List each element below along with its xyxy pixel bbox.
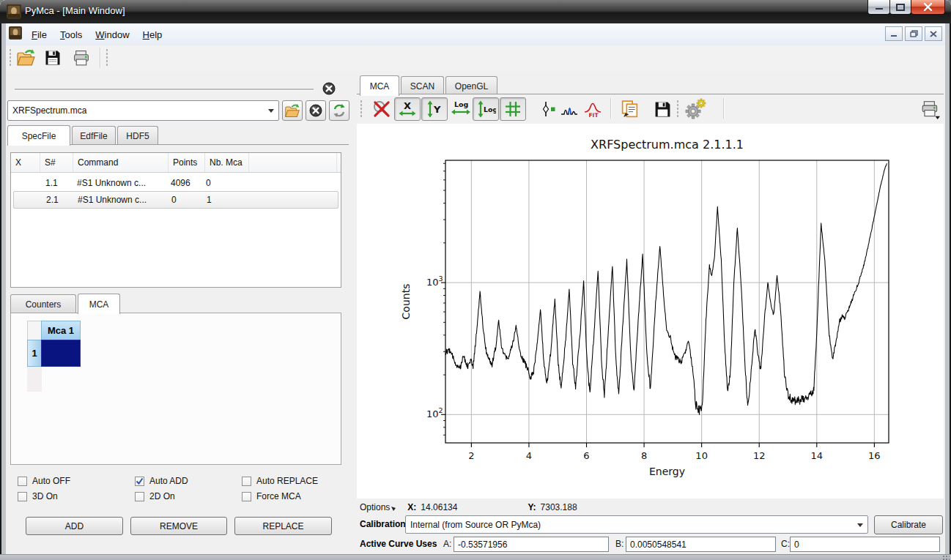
plot-toolbar-handle2[interactable] (676, 100, 679, 119)
coef-b-field[interactable]: 0.0050548541 (626, 537, 776, 552)
cursor-y-label: Y: (528, 502, 536, 512)
tab-mca[interactable]: MCA (360, 75, 399, 96)
source-open-button[interactable] (282, 100, 303, 121)
source-file-combo[interactable]: XRFSpectrum.mca (7, 100, 279, 121)
scan-table-body: 1.1#S1 Unknown c...409602.1#S1 Unknown c… (11, 173, 341, 209)
log-y-button[interactable]: Log (473, 97, 499, 121)
svg-text:10: 10 (695, 450, 708, 461)
source-close-button[interactable] (306, 100, 326, 121)
calibrate-button[interactable]: Calibrate (874, 515, 943, 534)
svg-text:Y: Y (433, 104, 441, 115)
menu-tools[interactable]: Tools (53, 26, 89, 43)
mca-column-header[interactable]: Mca 1 (41, 321, 81, 340)
print-icon[interactable] (72, 49, 91, 70)
print-plot-icon (920, 100, 941, 119)
mca-window-panel: MCASCANOpenGL XYLogLogFIT 24681012141610… (357, 73, 944, 553)
coef-c-field[interactable]: 0 (790, 537, 940, 552)
source-file-value: XRFSpectrum.mca (12, 105, 86, 116)
plot-area[interactable]: 246810121416102103XRFSpectrum.mca 2.1.1.… (357, 124, 944, 499)
plot-status-row: Options X: 14.06134 Y: 7303.188 (360, 502, 577, 512)
plot-tabs: MCASCANOpenGL (360, 75, 499, 96)
options-button[interactable]: Options (360, 502, 390, 512)
menu-window[interactable]: Window (89, 26, 136, 43)
mdi-close-button[interactable] (925, 26, 942, 41)
toolbar-drag-handle2[interactable] (106, 48, 108, 67)
save-plot-button[interactable] (649, 97, 676, 121)
tab-specfile[interactable]: SpecFile (7, 125, 70, 146)
mca-plot[interactable]: 246810121416102103XRFSpectrum.mca 2.1.1.… (357, 124, 944, 499)
svg-text:102: 102 (426, 406, 443, 419)
mca-row-header[interactable]: 1 (27, 340, 42, 367)
scan-row-2.1[interactable]: 2.1#S1 Unknown c...01 (13, 191, 338, 209)
mdi-minimize-button[interactable] (885, 26, 903, 41)
tab-edffile[interactable]: EdfFile (72, 126, 116, 145)
checkbox-3d-on[interactable]: 3D On (18, 491, 58, 501)
svg-text:2: 2 (468, 450, 474, 461)
title-bar[interactable]: PyMca - [Main Window] (0, 0, 951, 24)
scan-row-1.1[interactable]: 1.1#S1 Unknown c...40960 (13, 175, 338, 191)
open-icon[interactable] (16, 48, 36, 70)
save-icon[interactable] (44, 49, 62, 70)
calibration-combo[interactable]: Internal (from Source OR PyMca) (405, 515, 868, 534)
source-selector-panel: XRFSpectrum.mca SpecFileEdfFileHDF5 XS#C… (6, 73, 352, 550)
menu-file[interactable]: File (25, 26, 53, 43)
log-y-icon: Log (476, 100, 496, 119)
minimize-button[interactable] (867, 0, 890, 15)
peaks-button[interactable] (556, 97, 582, 121)
toolbar-separator (100, 48, 101, 68)
tab-counters[interactable]: Counters (10, 294, 76, 313)
fit-button[interactable]: FIT (580, 97, 606, 121)
x-autoscale-button[interactable]: X (394, 97, 421, 121)
add-button[interactable]: ADD (26, 517, 123, 535)
checkbox-auto-replace[interactable]: Auto REPLACE (242, 476, 318, 486)
dock-close-icon[interactable] (322, 82, 336, 98)
maximize-button[interactable] (889, 0, 911, 15)
scan-col-X[interactable]: X (11, 153, 40, 172)
y-autoscale-button[interactable]: Y (421, 97, 448, 121)
tab-hdf5[interactable]: HDF5 (117, 126, 158, 145)
checkbox-force-mca[interactable]: Force MCA (242, 491, 301, 501)
checkbox-auto-add[interactable]: Auto ADD (135, 476, 188, 486)
print-plot-button[interactable] (917, 97, 944, 121)
menu-help[interactable]: Help (136, 26, 169, 43)
tab-mca[interactable]: MCA (78, 294, 120, 314)
log-x-button[interactable]: Log (448, 97, 474, 121)
svg-text:14: 14 (811, 450, 824, 461)
chevron-down-icon (268, 109, 274, 113)
svg-text:4: 4 (526, 450, 532, 461)
scan-col-Points[interactable]: Points (169, 153, 205, 172)
zoom-reset-button[interactable] (369, 97, 395, 121)
plot-toolbar-handle[interactable] (360, 100, 363, 119)
grid-button[interactable] (500, 97, 526, 121)
remove-button[interactable]: REMOVE (130, 517, 227, 535)
view-tabs: CountersMCA (10, 294, 122, 314)
replace-button[interactable]: REPLACE (234, 517, 332, 535)
checkbox-auto-off[interactable]: Auto OFF (18, 476, 70, 486)
toolbar-drag-handle[interactable] (9, 48, 12, 67)
mdi-window-controls (885, 26, 942, 41)
window-frame-bottom (0, 554, 951, 560)
scan-table-header: XS#CommandPointsNb. Mca (11, 153, 341, 173)
checkbox-2d-on[interactable]: 2D On (135, 491, 175, 501)
scan-col-Command[interactable]: Command (73, 153, 169, 172)
scan-col-S#[interactable]: S# (40, 153, 73, 172)
scan-col-extra[interactable] (249, 153, 337, 172)
scan-col-Nb. Mca[interactable]: Nb. Mca (205, 153, 249, 172)
settings-icon (684, 98, 707, 120)
tab-opengl[interactable]: OpenGL (445, 76, 497, 95)
coef-a-field[interactable]: -0.53571956 (454, 537, 609, 552)
save-plot-icon (654, 100, 672, 119)
window-resize-grip[interactable] (942, 555, 950, 560)
plot-toolbar-separator2 (723, 98, 725, 119)
mdi-child-icon[interactable] (9, 26, 25, 42)
source-refresh-button[interactable] (329, 100, 349, 121)
svg-text:16: 16 (868, 450, 881, 461)
mdi-restore-button[interactable] (905, 26, 922, 41)
tab-scan[interactable]: SCAN (401, 76, 444, 95)
app-icon (7, 4, 21, 22)
svg-text:Log: Log (454, 100, 468, 108)
mca-selected-cell[interactable] (41, 340, 81, 367)
settings-button[interactable] (682, 97, 708, 121)
copy-button[interactable] (617, 97, 643, 121)
close-button[interactable] (911, 0, 945, 15)
